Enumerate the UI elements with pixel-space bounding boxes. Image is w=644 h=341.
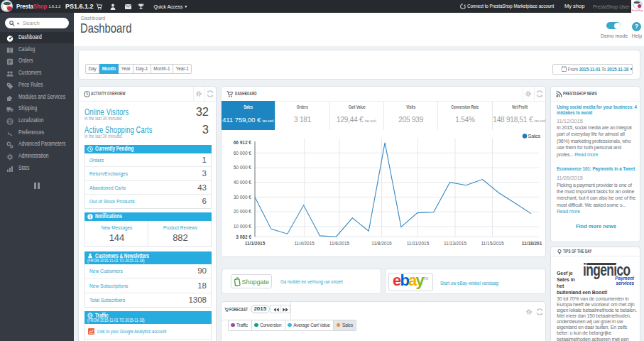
svg-text:30 000 €: 30 000 € bbox=[234, 195, 252, 200]
svg-text:Sales: Sales bbox=[528, 134, 541, 139]
svg-text:11/18/201: 11/18/201 bbox=[522, 241, 542, 246]
svg-text:3 082 €: 3 082 € bbox=[236, 234, 251, 239]
svg-text:11/4/2015: 11/4/2015 bbox=[294, 241, 315, 246]
svg-text:40 000 €: 40 000 € bbox=[234, 180, 252, 185]
svg-text:11/15/2015: 11/15/2015 bbox=[481, 241, 503, 246]
svg-text:50 000 €: 50 000 € bbox=[234, 165, 252, 170]
svg-text:10 000 €: 10 000 € bbox=[234, 224, 252, 229]
svg-text:11/6/2015: 11/6/2015 bbox=[329, 241, 350, 246]
svg-text:60 000 €: 60 000 € bbox=[234, 151, 252, 156]
svg-text:11/8/2015: 11/8/2015 bbox=[371, 241, 392, 246]
svg-text:11/1/2015: 11/1/2015 bbox=[245, 241, 266, 246]
svg-text:20 000 €: 20 000 € bbox=[234, 209, 252, 214]
svg-text:66 912 €: 66 912 € bbox=[234, 140, 252, 145]
svg-text:11/13/2015: 11/13/2015 bbox=[444, 241, 466, 246]
svg-text:11/11/2015: 11/11/2015 bbox=[407, 241, 430, 246]
